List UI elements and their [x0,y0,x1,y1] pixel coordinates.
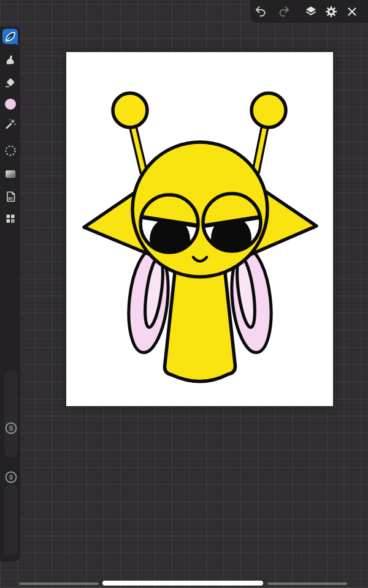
gear-icon [324,4,339,19]
close-icon [345,4,359,19]
color-swatch-circle [4,97,17,111]
bottom-scrollbar-right[interactable] [267,582,347,585]
undo-button[interactable] [253,4,268,19]
character-artwork [66,52,333,406]
top-toolbar [250,0,368,23]
adjust-tool-button[interactable] [2,116,18,132]
layout-tool-button[interactable] [2,211,18,226]
bottom-scrollbar-left[interactable] [19,582,99,585]
size-knob-label: S [9,425,13,432]
undo-icon [253,4,268,19]
layers-button[interactable] [304,4,318,19]
brush-size-slider[interactable] [4,371,18,458]
page-3d-icon: 3D [4,190,17,203]
close-button[interactable] [345,4,359,19]
redo-icon [277,4,291,19]
eraser-icon [4,75,17,89]
opacity-slider[interactable] [4,484,18,556]
smudge-tool-button[interactable] [2,53,18,68]
opacity-knob-icon: 0 [4,470,18,484]
settings-button[interactable] [324,4,339,19]
magic-wand-icon [4,118,17,131]
home-indicator[interactable] [102,581,263,586]
drawing-canvas[interactable] [66,52,333,406]
select-tool-button[interactable] [2,143,18,158]
opacity-knob[interactable]: 0 [4,470,18,484]
shape-3d-tool-button[interactable]: 3D [2,189,18,204]
app-screen: 3D S 0 [0,0,368,588]
eraser-tool-button[interactable] [2,74,18,89]
opacity-knob-label: 0 [9,474,13,481]
redo-button[interactable] [277,4,291,19]
character-body [164,273,235,382]
3d-label: 3D [8,196,13,200]
smudge-finger-icon [4,54,17,67]
tool-options-dot [16,42,18,45]
layers-icon [304,4,318,19]
size-knob-icon: S [4,421,18,435]
lasso-selection-icon [4,144,17,157]
paint-brush-icon [4,31,17,43]
tool-sidebar: 3D S 0 [0,26,20,562]
gradient-tool-button[interactable] [2,166,18,181]
layout-grid-icon [4,212,17,225]
gradient-icon [4,167,17,181]
color-swatch-button[interactable] [2,96,18,111]
brush-size-knob[interactable]: S [4,421,18,435]
paint-tool-button[interactable] [2,29,18,44]
